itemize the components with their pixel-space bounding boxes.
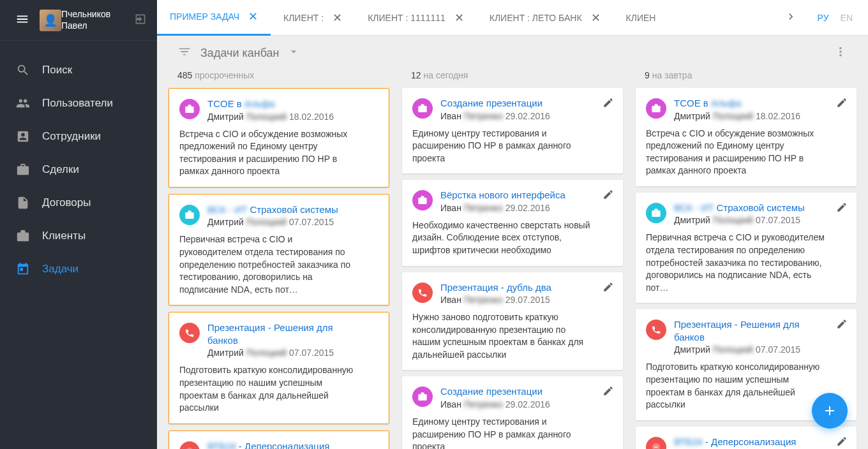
nav-search[interactable]: Поиск [0,54,157,87]
nav: Поиск Пользователи Сотрудники Сделки Дог… [0,41,157,286]
users-icon [15,96,31,111]
lang-en[interactable]: EN [841,13,853,23]
card-description: Подготовить краткую консолидированную пр… [179,364,357,414]
task-type-icon [412,386,433,407]
task-type-icon [646,203,666,223]
close-icon[interactable]: ✕ [248,10,258,24]
edit-icon[interactable] [836,202,848,216]
tab-client-3[interactable]: КЛИЕНТ : ЛЕТО БАНК ✕ [477,0,613,36]
card-description: Первичная встреча с CIO и руководителем … [179,233,357,296]
filter-icon[interactable] [177,45,191,61]
task-type-icon [412,283,433,303]
card-meta: Иван Петренко 29.07.2015 [440,295,551,305]
task-type-icon [179,441,200,449]
card-title: ВТБ24 - Деперсонализация увольнения [207,440,357,449]
nav-tasks[interactable]: Задачи [0,253,157,286]
card-description: Подготовить краткую консолидированную пр… [646,361,825,411]
nav-deals[interactable]: Сделки [0,153,157,186]
edit-icon[interactable] [602,281,614,295]
sidebar: 👤 Пчельников Павел Поиск Пользователи Со… [0,0,157,449]
task-type-icon [412,98,433,119]
close-icon[interactable]: ✕ [454,11,464,25]
edit-icon[interactable] [836,97,848,111]
edit-icon[interactable] [602,385,614,399]
kanban-columns: 485 просроченных TCOE в Альфа Дмитрий По… [157,68,868,449]
task-card[interactable]: Создание презентации Иван Петренко 29.02… [402,376,623,449]
card-title: ВСК - ИТ Страховой системы [674,202,805,214]
column-today: 12 на сегодня Создание презентации Иван … [401,68,624,449]
document-icon [15,195,31,210]
card-meta: Иван Петренко 29.02.2016 [440,399,550,409]
lang-ru[interactable]: РУ [818,13,829,23]
card-meta: Иван Петренко 29.02.2016 [440,111,550,121]
column-header: 12 на сегодня [401,68,624,88]
task-card[interactable]: Вёрстка нового интерфейса Иван Петренко … [402,180,623,265]
close-icon[interactable]: ✕ [333,11,342,25]
add-button[interactable] [812,393,848,429]
column-header: 9 на завтра [634,68,858,88]
tab-client-4[interactable]: КЛИЕН [613,0,669,36]
card-meta: Дмитрий Полоцкий 07.07.2015 [207,348,357,358]
tab-client-1[interactable]: КЛИЕНТ : ✕ [271,0,355,36]
close-icon[interactable]: ✕ [591,11,601,25]
task-type-icon [412,190,433,210]
task-card[interactable]: ВСК - ИТ Страховой системы Дмитрий Полоц… [636,193,857,303]
task-card[interactable]: ВСК - ИТ Страховой системы Дмитрий Полоц… [168,194,389,305]
card-description: Единому центру тестирования и расширению… [412,128,591,165]
card-description: Единому центру тестирования и расширению… [412,416,591,449]
view-dropdown[interactable]: Задачи канбан [200,47,280,60]
edit-icon[interactable] [836,436,848,449]
person-icon [15,129,31,144]
card-title: Создание презентации [440,385,550,398]
column-overdue: 485 просроченных TCOE в Альфа Дмитрий По… [167,68,391,449]
task-card[interactable]: Презентация - дубль два Иван Петренко 29… [402,272,623,371]
card-title: Презентация - дубль два [440,281,551,294]
task-type-icon [646,98,666,119]
tab-example[interactable]: ПРИМЕР ЗАДАЧ ✕ [157,0,271,36]
card-meta: Дмитрий Полоцкий 07.07.2015 [207,217,338,227]
task-type-icon [179,99,200,119]
column-tomorrow: 9 на завтра TCOE в Альфа Дмитрий Полоцки… [634,68,858,449]
task-type-icon [179,323,200,343]
task-card[interactable]: Создание презентации Иван Петренко 29.02… [402,88,623,173]
task-card[interactable]: TCOE в Альфа Дмитрий Полоцкий 18.02.2016… [168,88,389,188]
username: Пчельников Павел [61,9,134,31]
briefcase-icon [15,162,31,177]
card-meta: Дмитрий Полоцкий 07.07.2015 [674,344,825,355]
task-card[interactable]: TCOE в Альфа Дмитрий Полоцкий 18.02.2016… [636,88,857,186]
edit-icon[interactable] [602,189,614,203]
card-meta: Дмитрий Полоцкий 07.07.2015 [674,215,805,225]
avatar[interactable]: 👤 [40,10,61,31]
nav-clients[interactable]: Клиенты [0,219,157,253]
nav-employees[interactable]: Сотрудники [0,120,157,153]
task-card[interactable]: ВТБ24 - Деперсонализация увольнения Дмит… [168,431,389,449]
card-title: ВТБ24 - Деперсонализация увольн… [674,436,825,449]
task-card[interactable]: ВТБ24 - Деперсонализация увольн… Дмитрий… [636,427,857,449]
logout-icon[interactable] [134,13,147,28]
case-icon [15,228,31,244]
card-title: Презентация - Решения для банков [207,321,357,346]
nav-users[interactable]: Пользователи [0,87,157,120]
menu-icon[interactable] [15,12,29,29]
chevron-down-icon[interactable] [287,45,300,61]
card-title: Создание презентации [440,97,550,110]
tabs-scroll-right[interactable] [779,10,802,26]
card-description: Нужно заново подготовить краткую консоли… [412,311,591,361]
svg-point-2 [652,443,660,449]
card-description: Первичная встреча с CIO и руководителем … [646,232,825,294]
nav-contracts[interactable]: Договоры [0,186,157,219]
language-switcher: РУ EN [802,13,868,23]
task-type-icon [179,205,200,225]
card-meta: Дмитрий Полоцкий 18.02.2016 [207,112,334,122]
column-header: 485 просроченных [167,68,391,88]
tab-client-2[interactable]: КЛИЕНТ : 1111111 ✕ [355,0,477,36]
card-meta: Иван Петренко 29.02.2016 [440,203,565,213]
more-icon[interactable] [834,45,848,61]
task-card[interactable]: Презентация - Решения для банков Дмитрий… [168,312,389,423]
tabs-bar: ПРИМЕР ЗАДАЧ ✕ КЛИЕНТ : ✕ КЛИЕНТ : 11111… [157,0,868,36]
task-type-icon [646,320,666,340]
edit-icon[interactable] [836,318,848,332]
task-type-icon [646,437,666,449]
calendar-icon [15,261,31,277]
edit-icon[interactable] [602,97,614,111]
